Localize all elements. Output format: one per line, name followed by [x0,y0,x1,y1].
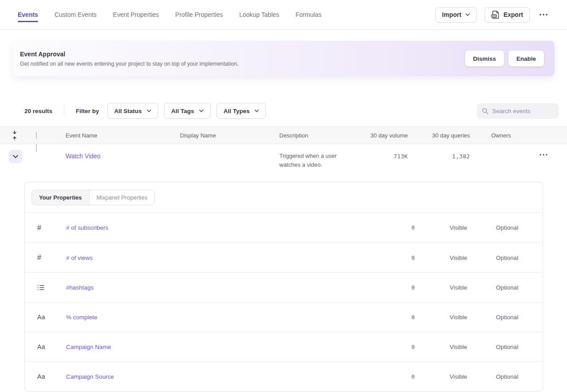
import-button-label: Import [442,11,461,18]
property-visibility[interactable]: Visible [450,373,467,380]
chevron-down-icon [13,155,18,158]
banner-actions: Dismiss Enable [465,51,544,67]
properties-tab-label: Your Properties [39,194,82,201]
vertical-divider [64,106,64,116]
column-header-volume: 30 day volume [370,132,408,139]
filter-bar: 20 results Filter by All Status All Tags… [0,103,567,119]
text-icon: Aa [37,343,45,350]
properties-tab-label: Mixpanel Properties [97,194,148,201]
dismiss-button[interactable]: Dismiss [465,51,504,67]
search-box[interactable] [477,103,559,119]
property-visibility[interactable]: Visible [450,314,467,321]
collapse-rows-icon [12,130,18,140]
search-input[interactable] [493,108,554,114]
number-icon: # [37,254,41,262]
top-navigation: Events Custom Events Event Properties Pr… [0,0,567,30]
volume-cell: 713K [394,153,408,160]
property-name-link[interactable]: # of views [51,255,93,261]
event-name-link[interactable]: Watch Video [66,153,101,160]
select-all-checkbox[interactable] [36,132,37,139]
queries-cell: 1,382 [452,153,470,160]
event-properties-panel: Your Properties Mixpanel Properties # # … [24,182,543,392]
property-requirement[interactable]: Optional [496,344,518,350]
results-count: 20 results [24,108,52,114]
column-header-display-name: Display Name [180,132,279,139]
property-visibility[interactable]: Visible [450,224,467,231]
filter-dropdown-all-tags[interactable]: All Tags [164,103,211,119]
event-row-watch-video: Watch Video Triggered when a user watche… [0,144,567,178]
panel-tabs-row: Your Properties Mixpanel Properties [25,182,543,213]
row-checkbox[interactable] [36,144,37,152]
column-header-owners: Owners [470,132,528,139]
tab-events[interactable]: Events [18,0,38,29]
chevron-down-icon [465,13,470,16]
property-type-cell: Aa [25,314,51,321]
property-visibility[interactable]: Visible [450,284,467,291]
property-requirement[interactable]: Optional [496,314,518,321]
property-row-complete: Aa % complete 0 Visible Optional [25,302,543,332]
property-count: 0 [411,344,432,350]
enable-button[interactable]: Enable [508,51,544,67]
description-cell: Triggered when a user watches a video. [279,152,347,169]
tab-formulas[interactable]: Formulas [296,0,321,29]
filter-dropdown-all-types[interactable]: All Types [216,103,266,119]
svg-text:CSV: CSV [492,15,496,17]
property-name-link[interactable]: % complete [51,314,98,321]
export-button[interactable]: CSV Export [485,7,530,23]
filter-by-label: Filter by [76,108,99,114]
property-type-cell: Aa [25,343,51,350]
collapse-all-button[interactable] [0,130,27,140]
property-row-campaign-source: Aa Campaign Source 0 Visible Optional [25,361,543,391]
import-button[interactable]: Import [435,7,477,23]
filter-dropdown-label: All Types [223,108,250,114]
property-type-cell: Aa [25,373,51,380]
filter-dropdowns: All Status All Tags All Types [107,103,270,119]
column-header-event-name: Event Name [66,132,180,139]
topnav-actions: Import CSV Export [435,7,549,23]
property-name-link[interactable]: Campaign Name [51,344,111,350]
list-icon [37,285,44,290]
nav-tab-label: Profile Properties [175,11,223,18]
property-count: 0 [411,255,432,261]
property-count: 0 [411,314,432,321]
property-requirement[interactable]: Optional [496,255,518,261]
nav-tab-label: Lookup Tables [239,11,279,18]
more-options-button[interactable] [538,12,549,18]
row-more-options-button[interactable] [537,151,550,158]
filter-dropdown-label: All Tags [171,108,194,114]
properties-tab-group: Your Properties Mixpanel Properties [31,190,155,205]
events-table-header: Event Name Display Name Description 30 d… [0,126,567,144]
properties-list: # # of subscribers 0 Visible Optional # … [25,213,543,391]
property-visibility[interactable]: Visible [450,344,467,350]
column-header-queries: 30 day queries [432,132,470,139]
banner-description: Get notified on all new events entering … [20,61,239,67]
ellipsis-icon [540,154,547,156]
tab-profile-properties[interactable]: Profile Properties [175,0,223,29]
property-count: 0 [411,373,432,380]
chevron-down-icon [254,110,259,112]
panel-tab-mixpanel-properties[interactable]: Mixpanel Properties [90,190,155,205]
filter-dropdown-all-status[interactable]: All Status [107,103,158,119]
panel-tab-your-properties[interactable]: Your Properties [32,190,90,205]
property-visibility[interactable]: Visible [450,255,467,261]
property-requirement[interactable]: Optional [496,224,518,231]
filter-dropdown-label: All Status [114,108,142,114]
property-requirement[interactable]: Optional [496,284,518,291]
nav-tab-label: Custom Events [55,11,97,18]
tab-event-properties[interactable]: Event Properties [113,0,159,29]
nav-tab-label: Events [18,11,38,18]
tab-lookup-tables[interactable]: Lookup Tables [239,0,279,29]
tab-custom-events[interactable]: Custom Events [55,0,97,29]
property-name-link[interactable]: # of subscribers [51,224,108,231]
text-icon: Aa [37,373,45,380]
property-requirement[interactable]: Optional [496,373,518,380]
search-icon [482,107,489,115]
property-row-hashtags: #hashtags 0 Visible Optional [25,272,543,302]
property-name-link[interactable]: Campaign Source [51,373,114,380]
collapse-row-button[interactable] [9,150,22,163]
column-header-description: Description [279,132,363,139]
property-type-cell [25,285,51,290]
chevron-down-icon [199,110,203,112]
text-icon: Aa [37,314,45,321]
property-name-link[interactable]: #hashtags [51,284,94,291]
